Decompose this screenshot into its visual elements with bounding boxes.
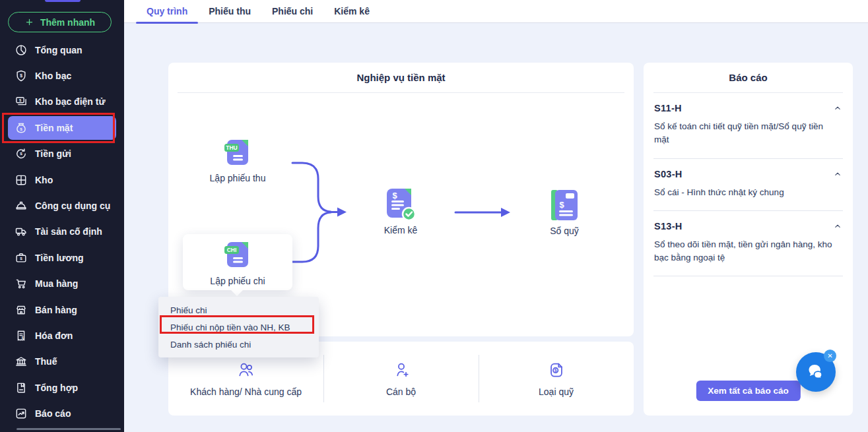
tab-2[interactable]: Phiếu chi bbox=[261, 0, 323, 22]
reports-title: Báo cáo bbox=[644, 63, 853, 92]
sidebar-item-label: Tổng quan bbox=[35, 45, 83, 55]
sidebar-item-label: Tiền gửi bbox=[35, 148, 71, 159]
sidebar-item-11[interactable]: $ Hóa đơn bbox=[0, 323, 124, 348]
sidebar-item-3[interactable]: $ Tiền mặt bbox=[8, 116, 116, 140]
flow-node-lap-phieu-thu[interactable]: THU Lập phiếu thu bbox=[185, 138, 290, 183]
svg-text:$: $ bbox=[19, 98, 22, 102]
quick-add-label: Thêm nhanh bbox=[40, 17, 95, 28]
app-window: Thêm nhanh Tổng quan $ Kho bạc $ Kho bạc… bbox=[0, 0, 868, 432]
thu-document-icon: THU bbox=[222, 138, 253, 168]
sidebar-item-label: Thuế bbox=[35, 356, 57, 367]
sidebar-item-12[interactable]: Thuế bbox=[0, 349, 124, 375]
user-plus-icon bbox=[391, 360, 411, 380]
svg-text:THU: THU bbox=[226, 144, 237, 151]
box-grid-icon bbox=[15, 173, 28, 187]
sidebar-item-label: Công cụ dụng cụ bbox=[35, 201, 110, 211]
sidebar-item-6[interactable]: Công cụ dụng cụ bbox=[0, 193, 124, 218]
flow-node-lap-phieu-chi[interactable]: CHI Lập phiếu chi bbox=[183, 234, 292, 290]
sidebar-item-label: Hóa đơn bbox=[35, 330, 73, 341]
sidebar-item-label: Kho bạc điện tử bbox=[35, 96, 106, 107]
close-icon: ✕ bbox=[827, 352, 832, 359]
report-item-S03-H[interactable]: S03-H Sổ cái - Hình thức nhật ký chung bbox=[653, 159, 843, 211]
sidebar-item-label: Tài sản cố định bbox=[35, 226, 102, 237]
sidebar-scroll-remnant bbox=[45, 0, 81, 2]
quick-link-2[interactable]: $ Loại quỹ bbox=[479, 342, 634, 416]
sidebar-item-5[interactable]: Kho bbox=[0, 167, 124, 193]
ledger-book-icon bbox=[15, 381, 28, 394]
quick-add-button[interactable]: Thêm nhanh bbox=[8, 12, 112, 32]
report-code: S13-H bbox=[654, 221, 683, 231]
cash-pouch-icon: $ bbox=[15, 121, 28, 135]
sidebar-item-label: Mua hàng bbox=[35, 278, 78, 289]
chevron-up-icon[interactable] bbox=[833, 104, 842, 113]
report-code: S11-H bbox=[654, 103, 682, 113]
sidebar-item-9[interactable]: Mua hàng bbox=[0, 271, 124, 297]
flow-node-label: Kiểm kê bbox=[384, 225, 418, 235]
chevron-up-icon[interactable] bbox=[833, 170, 842, 179]
report-code: S03-H bbox=[654, 169, 683, 179]
sidebar-item-label: Tiền mặt bbox=[35, 123, 73, 133]
chat-bubbles-icon bbox=[805, 361, 827, 383]
card-dollar-icon: $ bbox=[15, 95, 28, 108]
sidebar: Thêm nhanh Tổng quan $ Kho bạc $ Kho bạc… bbox=[0, 0, 124, 432]
quick-link-1[interactable]: Cán bộ bbox=[323, 342, 479, 416]
view-all-reports-button[interactable]: Xem tất cả báo cáo bbox=[696, 381, 800, 401]
storefront-icon bbox=[15, 303, 28, 317]
sidebar-item-label: Kho bbox=[35, 175, 53, 185]
receipt-dollar-icon: $ bbox=[15, 329, 28, 342]
svg-text:$: $ bbox=[20, 73, 22, 78]
tab-0[interactable]: Quy trình bbox=[136, 0, 198, 22]
dropdown-menu-item-2[interactable]: Danh sách phiếu chi bbox=[158, 336, 319, 353]
sidebar-item-8[interactable]: $ Tiền lương bbox=[0, 245, 124, 270]
truck-icon bbox=[15, 225, 28, 238]
svg-text:$: $ bbox=[559, 200, 564, 210]
sidebar-menu: Tổng quan $ Kho bạc $ Kho bạc điện tử $ … bbox=[0, 37, 124, 427]
svg-text:$: $ bbox=[20, 127, 22, 131]
sidebar-item-1[interactable]: $ Kho bạc bbox=[0, 63, 124, 88]
hard-hat-icon bbox=[15, 199, 28, 212]
sidebar-item-4[interactable]: $ Tiền gửi bbox=[0, 141, 124, 167]
inventory-check-icon: $ bbox=[385, 187, 417, 222]
sidebar-item-14[interactable]: Báo cáo bbox=[0, 400, 124, 426]
cash-book-icon: $ bbox=[550, 189, 579, 222]
chi-document-icon: CHI bbox=[222, 240, 253, 270]
flow-node-label: Lập phiếu thu bbox=[210, 173, 266, 183]
sidebar-item-label: Báo cáo bbox=[35, 408, 71, 419]
plus-icon bbox=[24, 17, 34, 27]
reports-list: S11-H Sổ kế toán chi tiết quỹ tiền mặt/S… bbox=[644, 93, 853, 276]
bank-icon bbox=[15, 355, 28, 368]
report-item-S11-H[interactable]: S11-H Sổ kế toán chi tiết quỹ tiền mặt/S… bbox=[653, 93, 843, 159]
sidebar-item-2[interactable]: $ Kho bạc điện tử bbox=[0, 89, 124, 115]
quick-link-label: Khách hàng/ Nhà cung cấp bbox=[190, 386, 302, 397]
refresh-dollar-icon: $ bbox=[15, 147, 28, 160]
cash-process-card: Nghiệp vụ tiền mặt THU Lập phiếu thu bbox=[168, 63, 634, 336]
sidebar-item-label: Tổng hợp bbox=[35, 383, 78, 393]
chevron-up-icon[interactable] bbox=[833, 222, 842, 231]
quick-link-label: Cán bộ bbox=[386, 386, 416, 397]
sidebar-item-10[interactable]: Bán hàng bbox=[0, 297, 124, 323]
sidebar-item-7[interactable]: Tài sản cố định bbox=[0, 219, 124, 245]
svg-text:$: $ bbox=[22, 336, 24, 340]
sidebar-item-label: Tiền lương bbox=[35, 253, 84, 263]
tab-3[interactable]: Kiểm kê bbox=[323, 0, 380, 22]
report-item-S13-H[interactable]: S13-H Sổ theo dõi tiền mặt, tiền gửi ngâ… bbox=[653, 211, 843, 277]
svg-text:$: $ bbox=[20, 256, 22, 261]
phieu-chi-dropdown-menu: Phiếu chiPhiếu chi nộp tiền vào NH, KBDa… bbox=[158, 297, 319, 357]
briefcase-dollar-icon: $ bbox=[15, 251, 28, 264]
sidebar-scrollbar[interactable] bbox=[17, 428, 121, 430]
chat-close-badge[interactable]: ✕ bbox=[824, 350, 836, 362]
dropdown-menu-item-1[interactable]: Phiếu chi nộp tiền vào NH, KB bbox=[158, 319, 319, 336]
sidebar-item-0[interactable]: Tổng quan bbox=[0, 37, 124, 63]
sidebar-item-13[interactable]: Tổng hợp bbox=[0, 375, 124, 400]
tab-bar: Quy trìnhPhiếu thuPhiếu chiKiểm kê bbox=[124, 0, 868, 23]
users-icon bbox=[236, 360, 256, 380]
chart-report-icon bbox=[15, 407, 28, 420]
fund-doc-icon: $ bbox=[547, 360, 566, 380]
dropdown-menu-item-0[interactable]: Phiếu chi bbox=[158, 301, 319, 319]
flow-node-kiem-ke[interactable]: $ Kiểm kê bbox=[361, 187, 440, 235]
cart-icon bbox=[15, 277, 28, 290]
flow-node-so-quy[interactable]: $ Sổ quỹ bbox=[528, 189, 601, 236]
tab-1[interactable]: Phiếu thu bbox=[198, 0, 261, 22]
flow-node-label: Sổ quỹ bbox=[550, 226, 579, 236]
report-description: Sổ theo dõi tiền mặt, tiền gửi ngân hàng… bbox=[654, 238, 842, 265]
